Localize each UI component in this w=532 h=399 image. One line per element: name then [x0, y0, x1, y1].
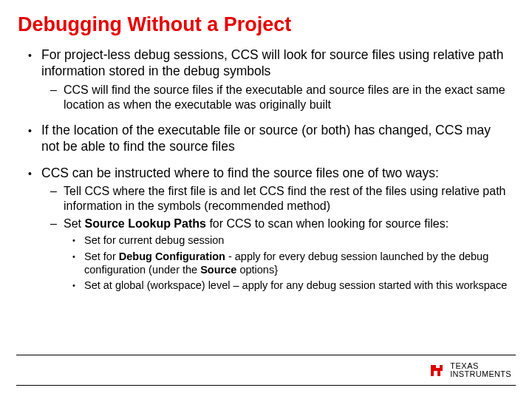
bullet-text: Set at global (workspace) level – apply … [84, 279, 507, 291]
bullet-list-level3: Set for current debug session Set for De… [64, 233, 511, 292]
text-bold: Source [200, 264, 236, 276]
brand-line2: INSTRUMENTS [450, 370, 511, 378]
text-bold: Debug Configuration [119, 250, 225, 262]
bullet-item: CCS will find the source files if the ex… [41, 83, 511, 112]
bullet-list-level1: For project-less debug sessions, CCS wil… [18, 47, 511, 292]
slide: Debugging Without a Project For project-… [0, 0, 532, 399]
bullet-text: Set Source Lookup Paths for CCS to scan … [64, 217, 449, 230]
bullet-item: Set Source Lookup Paths for CCS to scan … [41, 216, 511, 292]
bullet-item: Set at global (workspace) level – apply … [64, 279, 511, 292]
ti-logo-icon [428, 361, 446, 379]
text-run: Set for [84, 250, 119, 262]
text-run: for CCS to scan when looking for source … [206, 217, 449, 230]
bullet-text: CCS can be instructed where to find the … [41, 166, 439, 180]
bullet-item: For project-less debug sessions, CCS wil… [18, 47, 511, 112]
bullet-text: Set for Debug Configuration - apply for … [84, 250, 488, 276]
bullet-text: Set for current debug session [84, 234, 224, 246]
bullet-item: Set for current debug session [64, 233, 511, 247]
bullet-text: If the location of the executable file o… [41, 123, 491, 154]
slide-body: For project-less debug sessions, CCS wil… [18, 47, 511, 292]
bullet-item: CCS can be instructed where to find the … [18, 166, 511, 292]
bullet-item: Set for Debug Configuration - apply for … [64, 250, 511, 276]
ti-logo: TEXAS INSTRUMENTS [428, 361, 511, 379]
bullet-list-level2: Tell CCS where the first file is and let… [41, 184, 511, 292]
bullet-text: For project-less debug sessions, CCS wil… [41, 47, 503, 78]
text-run: options} [236, 264, 278, 276]
footer-bar: TEXAS INSTRUMENTS [16, 355, 516, 386]
bullet-item: If the location of the executable file o… [18, 123, 511, 155]
bullet-item: Tell CCS where the first file is and let… [41, 184, 511, 214]
text-run: Set [64, 217, 84, 230]
bullet-text: CCS will find the source files if the ex… [64, 83, 505, 111]
slide-title: Debugging Without a Project [18, 13, 291, 36]
ti-logo-text: TEXAS INSTRUMENTS [450, 362, 511, 378]
bullet-list-level2: CCS will find the source files if the ex… [41, 83, 511, 112]
text-bold: Source Lookup Paths [84, 217, 205, 230]
bullet-text: Tell CCS where the first file is and let… [64, 185, 506, 212]
